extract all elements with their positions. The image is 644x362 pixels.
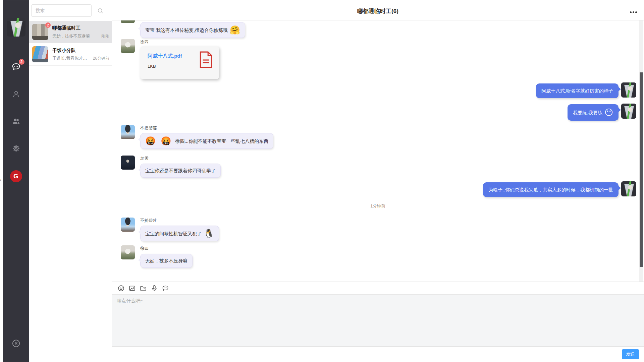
- person-icon: [12, 94, 20, 99]
- pdf-document-icon: [199, 51, 213, 69]
- file-attachment-card[interactable]: 阿威十八式.pdf 1KB: [140, 46, 219, 79]
- microphone-icon[interactable]: [151, 285, 158, 292]
- conversation-item-ganfan[interactable]: 干饭小分队 王道长,我看你才… 26分钟前: [29, 43, 112, 66]
- scrollbar-track[interactable]: [639, 20, 643, 282]
- conversation-time: 26分钟前: [93, 56, 109, 61]
- unread-badge: 2: [45, 22, 51, 28]
- group-avatar: 2: [32, 24, 48, 40]
- avatar-laomeng[interactable]: [121, 156, 135, 170]
- message-text: 徐四...你能不能不教宝宝一些乱七八糟的东西: [175, 138, 268, 144]
- g-logo-icon[interactable]: G: [10, 170, 22, 182]
- sender-name: 徐四: [140, 39, 149, 45]
- avatar-self[interactable]: [621, 104, 636, 119]
- search-input[interactable]: [31, 4, 92, 17]
- chat-bubble-icon: [11, 67, 21, 72]
- message-bubble: 宝宝你还是不要跟着你四哥乱学了: [140, 164, 221, 178]
- left-rail: ›: [0, 0, 3, 362]
- people-group-icon: [12, 121, 20, 127]
- avatar-self[interactable]: [621, 181, 636, 196]
- avatar-xusi[interactable]: [121, 39, 135, 53]
- message-text: 阿威十八式,听名字就好厉害的样子: [541, 87, 613, 94]
- scrollbar-thumb[interactable]: [640, 72, 643, 267]
- sidebar-item-settings[interactable]: [12, 144, 20, 154]
- sidebar: 2: [3, 0, 29, 362]
- message-text: 宝宝你还是不要跟着你四哥乱学了: [145, 167, 216, 174]
- face-emoji: 😶: [604, 108, 613, 117]
- message-text: 无妨，技多不压身嘛: [145, 257, 187, 264]
- composer-toolbar: [112, 282, 644, 294]
- sender-name: 徐四: [140, 246, 149, 251]
- user-avatar[interactable]: [7, 18, 25, 37]
- message-bubble: 我要练,我要练 😶: [568, 104, 619, 121]
- search-icon[interactable]: [97, 7, 104, 15]
- sidebar-item-contacts[interactable]: [12, 90, 20, 100]
- sidebar-item-chats[interactable]: 2: [11, 62, 21, 73]
- conversation-time: 刚刚: [101, 34, 109, 39]
- conversation-list: 2 哪都通临时工 无妨，技多不压身嘛 刚刚 干饭小分队 王道长,我看你才… 26…: [29, 0, 112, 362]
- time-divider: 1分钟前: [112, 203, 644, 209]
- file-size: 1KB: [148, 64, 156, 69]
- sidebar-item-groups[interactable]: [12, 117, 20, 127]
- message-text: 宝宝 我这有本祖传秘笈,很适合你修炼哦: [145, 27, 228, 34]
- angry-face-emoji: 🤬 🤬: [145, 137, 172, 145]
- avatar-self[interactable]: [621, 82, 636, 98]
- file-name-link[interactable]: 阿威十八式.pdf: [148, 53, 182, 59]
- sender-name: 老孟: [140, 156, 149, 162]
- conversation-title: 哪都通临时工: [52, 25, 80, 31]
- conversation-item-nadutong[interactable]: 2 哪都通临时工 无妨，技多不压身嘛 刚刚: [29, 21, 112, 43]
- message-bubble: 为啥子..你们总说我呆瓜，其实大多的时候，我都机制的一批: [483, 182, 619, 197]
- folder-icon[interactable]: [140, 285, 147, 292]
- sender-name: 不摇碧莲: [140, 218, 157, 224]
- conversation-title: 干饭小分队: [52, 48, 76, 54]
- more-options-icon[interactable]: [630, 11, 637, 13]
- send-button[interactable]: 发送: [622, 349, 639, 359]
- composer-input-area: [112, 294, 644, 346]
- avatar-xusi[interactable]: [121, 245, 135, 259]
- message-text: 为啥子..你们总说我呆瓜，其实大多的时候，我都机制的一批: [488, 186, 613, 193]
- avatar-bilian[interactable]: [121, 125, 135, 139]
- message-bubble: 无妨，技多不压身嘛: [140, 254, 193, 268]
- chat-app-window: › 2: [0, 0, 644, 362]
- avatar-bilian[interactable]: [121, 218, 135, 232]
- avatar-xusi[interactable]: [121, 20, 135, 23]
- message-bubble: 宝宝的间歇性机智证又犯了 🐧: [140, 226, 219, 241]
- chat-title: 哪都通临时工(6): [112, 7, 644, 15]
- chat-pane: 哪都通临时工(6) 宝宝 我这有本祖传秘笈,很适合你修炼哦 🤗 徐四 阿威十八式…: [112, 0, 644, 362]
- message-bubble: 阿威十八式,听名字就好厉害的样子: [536, 83, 619, 98]
- hugging-face-emoji: 🤗: [230, 26, 240, 34]
- message-bubble: 🤬 🤬 徐四...你能不能不教宝宝一些乱七八糟的东西: [140, 133, 273, 149]
- sender-name: 不摇碧莲: [140, 125, 157, 131]
- emoji-icon[interactable]: [117, 285, 125, 292]
- unread-badge: 2: [19, 59, 24, 65]
- conversation-preview: 王道长,我看你才…: [52, 56, 87, 61]
- image-icon[interactable]: [128, 285, 136, 292]
- message-input[interactable]: [112, 295, 644, 346]
- message-text: 宝宝的间歇性机智证又犯了: [145, 230, 202, 237]
- message-area: 宝宝 我这有本祖传秘笈,很适合你修炼哦 🤗 徐四 阿威十八式.pdf 1KB: [112, 20, 644, 282]
- group-avatar: [32, 46, 48, 62]
- chat-header: 哪都通临时工(6): [112, 0, 644, 20]
- message-bubble-icon[interactable]: [162, 285, 169, 292]
- send-bar: 发送: [112, 346, 644, 362]
- message-bubble: 宝宝 我这有本祖传秘笈,很适合你修炼哦 🤗: [140, 22, 245, 38]
- gear-icon: [12, 148, 20, 154]
- penguin-emoji: 🐧: [204, 229, 214, 238]
- message-text: 我要练,我要练: [573, 109, 602, 116]
- panel-collapse-icon[interactable]: ›: [0, 177, 3, 182]
- logout-button[interactable]: [11, 339, 20, 349]
- conversation-preview: 无妨，技多不压身嘛: [52, 34, 90, 39]
- close-circle-icon: [11, 343, 20, 349]
